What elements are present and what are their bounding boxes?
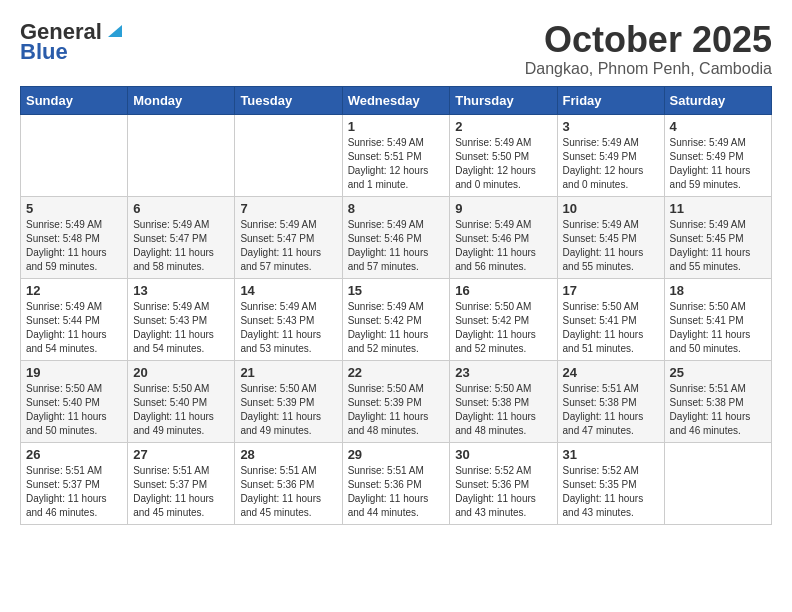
day-info: Sunrise: 5:50 AM Sunset: 5:40 PM Dayligh… bbox=[133, 382, 229, 438]
header: General Blue October 2025 Dangkao, Phnom… bbox=[20, 20, 772, 78]
day-info: Sunrise: 5:51 AM Sunset: 5:37 PM Dayligh… bbox=[26, 464, 122, 520]
day-number: 1 bbox=[348, 119, 445, 134]
day-info: Sunrise: 5:49 AM Sunset: 5:49 PM Dayligh… bbox=[670, 136, 766, 192]
calendar-cell: 27Sunrise: 5:51 AM Sunset: 5:37 PM Dayli… bbox=[128, 442, 235, 524]
calendar-week-row: 12Sunrise: 5:49 AM Sunset: 5:44 PM Dayli… bbox=[21, 278, 772, 360]
calendar-cell bbox=[128, 114, 235, 196]
day-info: Sunrise: 5:49 AM Sunset: 5:47 PM Dayligh… bbox=[133, 218, 229, 274]
calendar-cell bbox=[235, 114, 342, 196]
day-number: 22 bbox=[348, 365, 445, 380]
calendar-cell: 16Sunrise: 5:50 AM Sunset: 5:42 PM Dayli… bbox=[450, 278, 557, 360]
day-number: 13 bbox=[133, 283, 229, 298]
day-number: 21 bbox=[240, 365, 336, 380]
day-info: Sunrise: 5:49 AM Sunset: 5:44 PM Dayligh… bbox=[26, 300, 122, 356]
calendar-cell: 15Sunrise: 5:49 AM Sunset: 5:42 PM Dayli… bbox=[342, 278, 450, 360]
day-info: Sunrise: 5:51 AM Sunset: 5:38 PM Dayligh… bbox=[563, 382, 659, 438]
day-number: 29 bbox=[348, 447, 445, 462]
day-number: 30 bbox=[455, 447, 551, 462]
day-info: Sunrise: 5:51 AM Sunset: 5:38 PM Dayligh… bbox=[670, 382, 766, 438]
calendar-week-row: 5Sunrise: 5:49 AM Sunset: 5:48 PM Daylig… bbox=[21, 196, 772, 278]
weekday-header: Saturday bbox=[664, 86, 771, 114]
title-section: October 2025 Dangkao, Phnom Penh, Cambod… bbox=[525, 20, 772, 78]
calendar-cell: 30Sunrise: 5:52 AM Sunset: 5:36 PM Dayli… bbox=[450, 442, 557, 524]
calendar-cell: 7Sunrise: 5:49 AM Sunset: 5:47 PM Daylig… bbox=[235, 196, 342, 278]
calendar-cell: 6Sunrise: 5:49 AM Sunset: 5:47 PM Daylig… bbox=[128, 196, 235, 278]
calendar-cell: 12Sunrise: 5:49 AM Sunset: 5:44 PM Dayli… bbox=[21, 278, 128, 360]
weekday-header: Monday bbox=[128, 86, 235, 114]
calendar-header-row: SundayMondayTuesdayWednesdayThursdayFrid… bbox=[21, 86, 772, 114]
calendar-cell: 21Sunrise: 5:50 AM Sunset: 5:39 PM Dayli… bbox=[235, 360, 342, 442]
calendar-cell: 22Sunrise: 5:50 AM Sunset: 5:39 PM Dayli… bbox=[342, 360, 450, 442]
weekday-header: Wednesday bbox=[342, 86, 450, 114]
day-number: 20 bbox=[133, 365, 229, 380]
logo-blue-text: Blue bbox=[20, 40, 68, 64]
day-info: Sunrise: 5:50 AM Sunset: 5:39 PM Dayligh… bbox=[348, 382, 445, 438]
weekday-header: Tuesday bbox=[235, 86, 342, 114]
day-info: Sunrise: 5:49 AM Sunset: 5:49 PM Dayligh… bbox=[563, 136, 659, 192]
day-number: 2 bbox=[455, 119, 551, 134]
day-info: Sunrise: 5:49 AM Sunset: 5:51 PM Dayligh… bbox=[348, 136, 445, 192]
calendar-cell: 1Sunrise: 5:49 AM Sunset: 5:51 PM Daylig… bbox=[342, 114, 450, 196]
calendar-cell: 29Sunrise: 5:51 AM Sunset: 5:36 PM Dayli… bbox=[342, 442, 450, 524]
weekday-header: Friday bbox=[557, 86, 664, 114]
calendar-week-row: 19Sunrise: 5:50 AM Sunset: 5:40 PM Dayli… bbox=[21, 360, 772, 442]
calendar-cell: 9Sunrise: 5:49 AM Sunset: 5:46 PM Daylig… bbox=[450, 196, 557, 278]
calendar-cell: 8Sunrise: 5:49 AM Sunset: 5:46 PM Daylig… bbox=[342, 196, 450, 278]
weekday-header: Thursday bbox=[450, 86, 557, 114]
calendar-cell: 4Sunrise: 5:49 AM Sunset: 5:49 PM Daylig… bbox=[664, 114, 771, 196]
day-number: 14 bbox=[240, 283, 336, 298]
day-info: Sunrise: 5:49 AM Sunset: 5:45 PM Dayligh… bbox=[563, 218, 659, 274]
location-subtitle: Dangkao, Phnom Penh, Cambodia bbox=[525, 60, 772, 78]
day-number: 24 bbox=[563, 365, 659, 380]
logo-icon bbox=[104, 21, 122, 39]
calendar-cell: 10Sunrise: 5:49 AM Sunset: 5:45 PM Dayli… bbox=[557, 196, 664, 278]
day-info: Sunrise: 5:50 AM Sunset: 5:42 PM Dayligh… bbox=[455, 300, 551, 356]
day-number: 7 bbox=[240, 201, 336, 216]
day-number: 23 bbox=[455, 365, 551, 380]
calendar-cell: 31Sunrise: 5:52 AM Sunset: 5:35 PM Dayli… bbox=[557, 442, 664, 524]
calendar-cell: 23Sunrise: 5:50 AM Sunset: 5:38 PM Dayli… bbox=[450, 360, 557, 442]
calendar-cell: 2Sunrise: 5:49 AM Sunset: 5:50 PM Daylig… bbox=[450, 114, 557, 196]
day-number: 9 bbox=[455, 201, 551, 216]
day-info: Sunrise: 5:51 AM Sunset: 5:36 PM Dayligh… bbox=[348, 464, 445, 520]
day-info: Sunrise: 5:49 AM Sunset: 5:50 PM Dayligh… bbox=[455, 136, 551, 192]
day-number: 17 bbox=[563, 283, 659, 298]
day-info: Sunrise: 5:49 AM Sunset: 5:46 PM Dayligh… bbox=[348, 218, 445, 274]
calendar-cell bbox=[664, 442, 771, 524]
day-number: 25 bbox=[670, 365, 766, 380]
weekday-header: Sunday bbox=[21, 86, 128, 114]
calendar-cell: 19Sunrise: 5:50 AM Sunset: 5:40 PM Dayli… bbox=[21, 360, 128, 442]
calendar-cell: 17Sunrise: 5:50 AM Sunset: 5:41 PM Dayli… bbox=[557, 278, 664, 360]
day-info: Sunrise: 5:51 AM Sunset: 5:36 PM Dayligh… bbox=[240, 464, 336, 520]
day-number: 6 bbox=[133, 201, 229, 216]
day-number: 16 bbox=[455, 283, 551, 298]
day-number: 19 bbox=[26, 365, 122, 380]
calendar-cell: 28Sunrise: 5:51 AM Sunset: 5:36 PM Dayli… bbox=[235, 442, 342, 524]
day-number: 26 bbox=[26, 447, 122, 462]
day-number: 5 bbox=[26, 201, 122, 216]
day-info: Sunrise: 5:51 AM Sunset: 5:37 PM Dayligh… bbox=[133, 464, 229, 520]
day-number: 15 bbox=[348, 283, 445, 298]
day-number: 4 bbox=[670, 119, 766, 134]
day-number: 8 bbox=[348, 201, 445, 216]
day-number: 10 bbox=[563, 201, 659, 216]
day-number: 27 bbox=[133, 447, 229, 462]
day-number: 12 bbox=[26, 283, 122, 298]
calendar-cell: 18Sunrise: 5:50 AM Sunset: 5:41 PM Dayli… bbox=[664, 278, 771, 360]
calendar-cell: 3Sunrise: 5:49 AM Sunset: 5:49 PM Daylig… bbox=[557, 114, 664, 196]
day-number: 18 bbox=[670, 283, 766, 298]
calendar-cell: 14Sunrise: 5:49 AM Sunset: 5:43 PM Dayli… bbox=[235, 278, 342, 360]
calendar-cell: 20Sunrise: 5:50 AM Sunset: 5:40 PM Dayli… bbox=[128, 360, 235, 442]
svg-marker-0 bbox=[108, 25, 122, 37]
day-info: Sunrise: 5:49 AM Sunset: 5:43 PM Dayligh… bbox=[133, 300, 229, 356]
month-title: October 2025 bbox=[525, 20, 772, 60]
calendar-week-row: 26Sunrise: 5:51 AM Sunset: 5:37 PM Dayli… bbox=[21, 442, 772, 524]
day-info: Sunrise: 5:49 AM Sunset: 5:48 PM Dayligh… bbox=[26, 218, 122, 274]
calendar-cell: 11Sunrise: 5:49 AM Sunset: 5:45 PM Dayli… bbox=[664, 196, 771, 278]
day-info: Sunrise: 5:50 AM Sunset: 5:39 PM Dayligh… bbox=[240, 382, 336, 438]
calendar-cell: 26Sunrise: 5:51 AM Sunset: 5:37 PM Dayli… bbox=[21, 442, 128, 524]
day-info: Sunrise: 5:52 AM Sunset: 5:36 PM Dayligh… bbox=[455, 464, 551, 520]
logo: General Blue bbox=[20, 20, 122, 64]
calendar-cell: 24Sunrise: 5:51 AM Sunset: 5:38 PM Dayli… bbox=[557, 360, 664, 442]
calendar-cell: 5Sunrise: 5:49 AM Sunset: 5:48 PM Daylig… bbox=[21, 196, 128, 278]
